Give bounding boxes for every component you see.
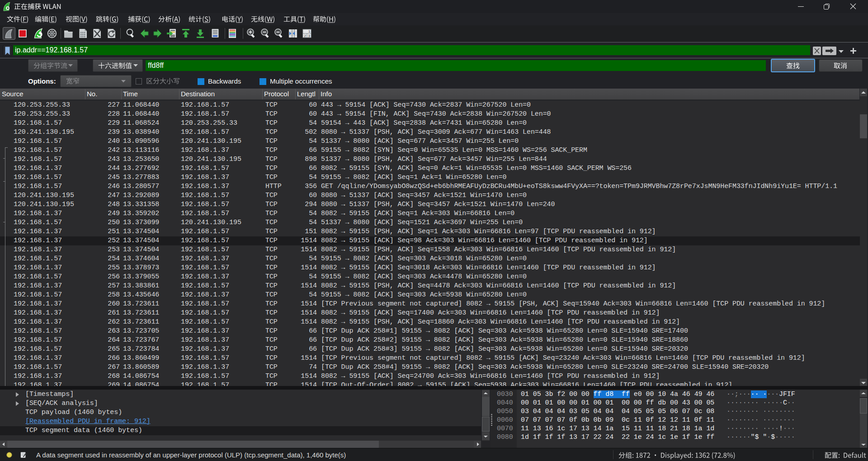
svg-text:3: 3 — [308, 34, 311, 38]
svg-text:1: 1 — [308, 29, 311, 33]
svg-text:2: 2 — [304, 34, 307, 38]
